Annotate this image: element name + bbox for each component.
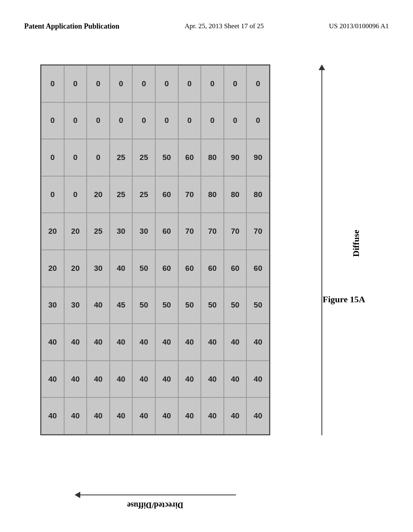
table-row: 60 [178,250,201,287]
table-row: 40 [41,361,64,398]
table-row: 50 [201,287,224,324]
table-row: 90 [224,139,247,176]
directed-diffuse-label: Directed/Diffuse [127,501,184,510]
table-row: 80 [246,176,269,213]
arrow-left-icon [75,492,80,498]
table-row: 0 [41,65,64,102]
table-row: 40 [132,397,155,434]
table-row: 40 [246,324,269,361]
table-row: 0 [132,65,155,102]
table-row: 25 [110,176,133,213]
table-row: 25 [87,213,110,250]
table-row: 40 [110,361,133,398]
table-row: 70 [178,213,201,250]
table-row: 80 [201,139,224,176]
table-row: 0 [41,139,64,176]
table-row: 20 [64,213,87,250]
table-row: 0 [178,102,201,139]
table-row: 40 [87,287,110,324]
table-row: 40 [201,324,224,361]
table-row: 25 [132,139,155,176]
table-row: 0 [87,65,110,102]
table-row: 40 [87,397,110,434]
table-row: 0 [155,65,178,102]
table-row: 0 [64,102,87,139]
table-row: 40 [178,361,201,398]
table-row: 0 [201,102,224,139]
bottom-axis: Directed/Diffuse [40,492,270,510]
header-right-text: US 2013/0100096 A1 [329,22,389,31]
table-row: 40 [246,361,269,398]
table-row: 70 [178,176,201,213]
table-row: 40 [178,397,201,434]
page-header: Patent Application Publication Apr. 25, … [0,22,413,31]
table-row: 40 [110,324,133,361]
table-row: 0 [64,176,87,213]
table-row: 40 [132,361,155,398]
table-row: 0 [246,102,269,139]
table-row: 60 [155,213,178,250]
table-row: 70 [246,213,269,250]
table-row: 0 [178,65,201,102]
table-row: 60 [155,176,178,213]
table-row: 30 [87,250,110,287]
table-row: 50 [155,287,178,324]
diffuse-arrow-container [319,64,325,435]
table-row: 40 [41,397,64,434]
table-row: 0 [155,102,178,139]
table-row: 0 [41,102,64,139]
table-row: 0 [224,102,247,139]
table-row: 40 [41,324,64,361]
table-row: 0 [246,65,269,102]
table-row: 60 [201,250,224,287]
table-row: 40 [155,324,178,361]
table-row: 25 [132,176,155,213]
table-row: 40 [110,397,133,434]
table-row: 40 [110,250,133,287]
table-row: 20 [41,250,64,287]
table-row: 60 [155,250,178,287]
table-row: 40 [201,361,224,398]
table-row: 40 [246,397,269,434]
table-row: 0 [87,102,110,139]
table-row: 50 [246,287,269,324]
table-row: 20 [87,176,110,213]
table-row: 40 [87,324,110,361]
table-row: 20 [64,250,87,287]
table-row: 40 [64,397,87,434]
table-row: 50 [224,287,247,324]
table-row: 0 [64,139,87,176]
horizontal-line [80,495,236,495]
table-row: 0 [110,102,133,139]
header-left-text: Patent Application Publication [24,22,119,31]
table-row: 80 [201,176,224,213]
table-row: 40 [64,324,87,361]
table-row: 0 [41,176,64,213]
table-row: 40 [224,324,247,361]
table-row: 40 [224,361,247,398]
table-row: 30 [64,287,87,324]
table-row: 70 [224,213,247,250]
table-row: 50 [132,287,155,324]
figure-area: 0000000000000000000000025255060809090002… [40,64,315,476]
table-row: 0 [201,65,224,102]
header-center-text: Apr. 25, 2013 Sheet 17 of 25 [185,22,264,31]
table-row: 80 [224,176,247,213]
diffuse-label: Diffuse [351,230,361,257]
table-row: 50 [155,139,178,176]
table-row: 0 [87,139,110,176]
table-row: 50 [132,250,155,287]
table-row: 40 [201,397,224,434]
table-row: 60 [246,250,269,287]
table-row: 0 [110,65,133,102]
figure-label: Figure 15A [323,294,365,305]
table-row: 40 [224,397,247,434]
table-row: 0 [132,102,155,139]
table-row: 60 [224,250,247,287]
table-row: 40 [87,361,110,398]
table-row: 40 [132,324,155,361]
bottom-arrow-line [75,492,236,498]
table-row: 0 [224,65,247,102]
table-row: 70 [201,213,224,250]
table-row: 0 [64,65,87,102]
